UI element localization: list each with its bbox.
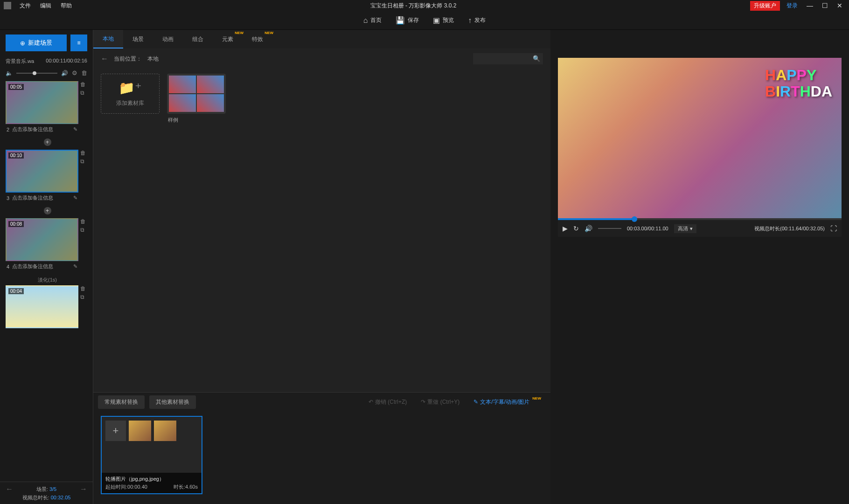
preview-progress[interactable]	[558, 218, 842, 220]
home-button[interactable]: ⌂首页	[363, 16, 382, 25]
scene-note[interactable]: 点击添加备注信息	[12, 126, 70, 133]
preview-button[interactable]: ▣预览	[433, 16, 454, 25]
scene-thumbnail[interactable]: 00:08	[6, 218, 78, 261]
transition-label[interactable]: 淡化(1s)	[6, 275, 89, 285]
loop-icon[interactable]: ↻	[573, 225, 579, 232]
undo-icon: ↶	[369, 399, 373, 405]
back-icon[interactable]: ←	[101, 55, 108, 63]
next-scene-icon[interactable]: →	[80, 485, 87, 493]
menu-edit[interactable]: 编辑	[35, 2, 56, 10]
text-anim-button[interactable]: ✎文本/字幕/动画/图片NEW	[469, 398, 546, 406]
redo-icon: ↷	[421, 399, 425, 405]
tab-effect[interactable]: 特效NEW	[243, 30, 272, 48]
new-scene-button[interactable]: ⊕新建场景	[6, 35, 67, 51]
tab-local[interactable]: 本地	[93, 30, 123, 48]
preview-icon: ▣	[433, 16, 440, 25]
slot-start-time: 00:00.40	[127, 484, 147, 490]
fullscreen-icon[interactable]: ⛶	[830, 225, 837, 232]
maximize-icon[interactable]: ☐	[819, 2, 830, 9]
image-tile[interactable]	[129, 421, 151, 441]
bg-music-time: 00:00:11/00:02:16	[46, 58, 87, 65]
preview-total-duration: 视频总时长(00:11.64/00:32.05)	[754, 225, 825, 232]
menu-file[interactable]: 文件	[15, 2, 35, 10]
scene-thumbnail[interactable]: 00:10	[6, 150, 78, 193]
carousel-slot[interactable]: + 轮播图片（jpg,png,jpeg） 起始时间:00:00.40 时长:4.…	[101, 416, 202, 494]
scene-number: 2	[7, 127, 9, 132]
volume-slider[interactable]	[16, 73, 57, 74]
pencil-icon: ✎	[473, 399, 478, 405]
sort-button[interactable]: ≡	[70, 35, 87, 51]
trash-icon[interactable]: 🗑	[80, 81, 86, 88]
total-duration: 00:32.05	[51, 495, 71, 500]
app-logo-icon	[4, 2, 11, 9]
volume-icon[interactable]: 🔊	[585, 225, 592, 232]
scenes-panel: ⊕新建场景 ≡ 背景音乐.wa 00:00:11/00:02:16 🔈 🔊 ⚙ …	[0, 30, 93, 504]
sort-icon: ≡	[77, 40, 80, 46]
prev-scene-icon[interactable]: ←	[6, 485, 13, 493]
edit-icon[interactable]: ✎	[73, 263, 77, 269]
tab-element[interactable]: 元素NEW	[213, 30, 243, 48]
scenes-footer: ← 场景: 3/5 → 视频总时长: 00:32.05	[0, 482, 93, 504]
scene-counter: 3/5	[49, 486, 56, 492]
scene-thumbnail[interactable]: 00:04	[6, 285, 78, 328]
breadcrumb-row: ← 当前位置： 本地 🔍	[93, 48, 550, 69]
tab-regular-replace[interactable]: 常规素材替换	[98, 395, 145, 409]
close-icon[interactable]: ✕	[834, 2, 845, 9]
sample-folder-card[interactable]: 样例	[167, 74, 226, 126]
search-icon[interactable]: 🔍	[533, 55, 540, 62]
copy-icon[interactable]: ⧉	[80, 294, 86, 300]
home-icon: ⌂	[363, 16, 368, 25]
edit-icon[interactable]: ✎	[73, 195, 77, 201]
copy-icon[interactable]: ⧉	[80, 158, 86, 165]
quality-selector[interactable]: 高清▾	[674, 224, 696, 233]
asset-grid: 📁⁺ 添加素材库 样例	[93, 69, 550, 392]
save-icon: 💾	[396, 16, 405, 25]
new-badge: NEW	[532, 396, 541, 400]
edit-icon[interactable]: ✎	[73, 126, 77, 132]
tab-other-replace[interactable]: 其他素材替换	[149, 395, 196, 409]
tab-animation[interactable]: 动画	[153, 30, 183, 48]
minimize-icon[interactable]: —	[804, 2, 815, 9]
plus-circle-icon: +	[44, 207, 51, 214]
scene-thumbnail[interactable]: 00:05	[6, 81, 78, 124]
tab-scene[interactable]: 场景	[123, 30, 153, 48]
save-button[interactable]: 💾保存	[396, 16, 419, 25]
menu-help[interactable]: 帮助	[56, 2, 77, 10]
scene-item: 00:04 🗑⧉	[6, 285, 89, 328]
image-tile[interactable]	[154, 421, 176, 441]
slot-duration: 4.60s	[185, 484, 198, 490]
copy-icon[interactable]: ⧉	[80, 227, 86, 233]
volume-up-icon[interactable]: 🔊	[61, 70, 68, 76]
play-icon[interactable]: ▶	[563, 225, 568, 232]
bg-music-info: 背景音乐.wa 00:00:11/00:02:16	[0, 56, 93, 67]
preview-canvas[interactable]: HAPPY BIRTHDA	[558, 58, 842, 218]
copy-icon[interactable]: ⧉	[80, 90, 86, 96]
trash-icon[interactable]: 🗑	[81, 69, 87, 76]
scene-note[interactable]: 点击添加备注信息	[12, 194, 70, 201]
upgrade-button[interactable]: 升级账户	[750, 1, 780, 11]
publish-button[interactable]: ↑发布	[468, 16, 486, 25]
scene-duration: 00:10	[8, 152, 24, 159]
trash-icon[interactable]: 🗑	[80, 218, 86, 225]
timeline-panel: 常规素材替换 其他素材替换 ↶撤销 (Ctrl+Z) ↷重做 (Ctrl+Y) …	[93, 392, 550, 504]
tab-combo[interactable]: 组合	[183, 30, 213, 48]
scene-number: 4	[7, 264, 9, 269]
new-badge: NEW	[264, 31, 273, 35]
login-button[interactable]: 登录	[784, 2, 800, 10]
gear-icon[interactable]: ⚙	[72, 69, 77, 76]
add-library-card[interactable]: 📁⁺ 添加素材库	[101, 74, 160, 114]
add-scene-between[interactable]: +	[6, 138, 89, 150]
trash-icon[interactable]: 🗑	[80, 150, 86, 156]
add-scene-between[interactable]: +	[6, 206, 89, 218]
breadcrumb-current: 本地	[147, 55, 159, 63]
add-image-button[interactable]: +	[105, 421, 126, 441]
volume-down-icon[interactable]: 🔈	[6, 70, 13, 76]
chevron-down-icon: ▾	[690, 226, 693, 232]
trash-icon[interactable]: 🗑	[80, 285, 86, 292]
preview-volume-slider[interactable]	[598, 228, 621, 229]
preview-controls: ▶ ↻ 🔊 00:03.00/00:11.00 高清▾ 视频总时长(00:11.…	[558, 220, 842, 237]
preview-time: 00:03.00/00:11.00	[627, 226, 668, 231]
slot-title: 轮播图片（jpg,png,jpeg）	[105, 476, 198, 483]
scene-note[interactable]: 点击添加备注信息	[12, 263, 70, 270]
folder-plus-icon: 📁⁺	[118, 80, 142, 96]
